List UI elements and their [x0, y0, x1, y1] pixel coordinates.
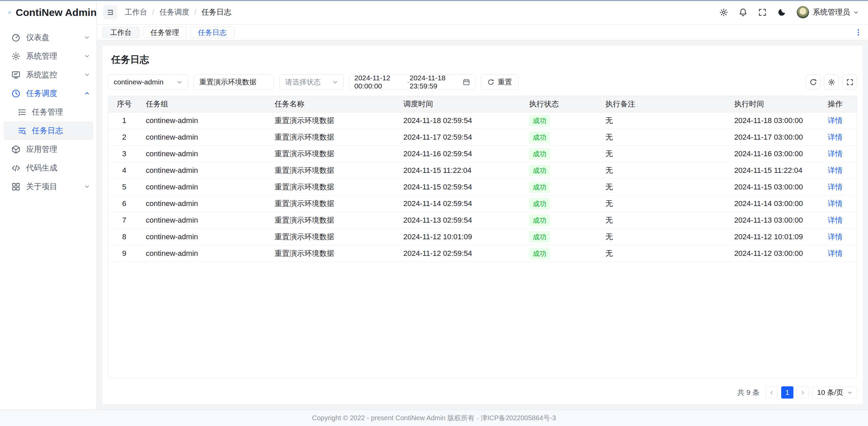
- moon-icon[interactable]: [777, 8, 786, 17]
- cell-no: 7: [108, 212, 140, 228]
- fullscreen-button[interactable]: [842, 75, 857, 89]
- detail-link[interactable]: 详情: [828, 216, 843, 224]
- sidebar-item-label: 任务调度: [26, 88, 79, 99]
- reset-button[interactable]: 重置: [481, 74, 518, 90]
- detail-link[interactable]: 详情: [828, 249, 843, 258]
- cell-remark: 无: [600, 129, 729, 145]
- detail-link[interactable]: 详情: [828, 166, 843, 175]
- fullscreen-icon: [846, 78, 854, 86]
- table-toolbar: [806, 75, 857, 89]
- cell-name: 重置演示环境数据: [269, 212, 398, 228]
- app-title: ContiNew Admin: [16, 7, 97, 18]
- cell-schedule-time: 2024-11-15 11:22:04: [398, 162, 524, 179]
- cell-status: 成功: [524, 112, 600, 129]
- detail-link[interactable]: 详情: [828, 149, 843, 158]
- bell-icon[interactable]: [738, 8, 748, 17]
- sidebar-item-cube[interactable]: 应用管理: [0, 140, 97, 159]
- fullscreen-icon[interactable]: [758, 8, 767, 17]
- chevron-down-icon: [84, 53, 90, 59]
- date-range-picker[interactable]: 2024-11-12 00:00:00 - 2024-11-18 23:59:5…: [349, 74, 475, 90]
- cell-remark: 无: [600, 179, 729, 195]
- reset-label: 重置: [498, 77, 512, 87]
- job-group-select[interactable]: continew-admin: [108, 74, 188, 90]
- job-name-input[interactable]: [199, 78, 268, 86]
- tab-item[interactable]: 任务日志: [190, 27, 234, 38]
- cell-status: 成功: [524, 162, 600, 179]
- cell-group: continew-admin: [140, 245, 269, 262]
- cell-status: 成功: [524, 212, 600, 228]
- grid-icon: [11, 182, 21, 191]
- code-icon: [11, 163, 21, 173]
- breadcrumb-item[interactable]: 任务日志: [201, 7, 231, 17]
- footer: Copyright © 2022 - present ContiNew Admi…: [0, 409, 868, 426]
- app-logo[interactable]: ContiNew Admin: [0, 0, 97, 25]
- filter-bar: continew-admin 请选择状态 2024-11-12 00:00:00…: [108, 74, 857, 90]
- refresh-button[interactable]: [806, 75, 821, 89]
- tab-item[interactable]: 工作台: [102, 27, 139, 38]
- cell-name: 重置演示环境数据: [269, 112, 398, 129]
- sidebar-item-gear[interactable]: 系统管理: [0, 47, 97, 65]
- avatar: [796, 6, 809, 19]
- header-icon-group: [719, 8, 786, 17]
- detail-link[interactable]: 详情: [828, 183, 843, 191]
- detail-link[interactable]: 详情: [828, 116, 843, 125]
- gear-icon[interactable]: [719, 8, 728, 17]
- sidebar-item-label: 系统监控: [26, 69, 79, 80]
- user-menu[interactable]: 系统管理员: [796, 6, 859, 19]
- pagination-page-1[interactable]: 1: [781, 386, 793, 399]
- status-select[interactable]: 请选择状态: [279, 74, 344, 90]
- breadcrumb-separator: /: [152, 8, 154, 17]
- gear-button[interactable]: [824, 75, 839, 89]
- cell-group: continew-admin: [140, 228, 269, 245]
- log-search-icon: [18, 126, 26, 135]
- more-vertical-icon[interactable]: [854, 28, 863, 37]
- cell-status: 成功: [524, 195, 600, 212]
- cell-group: continew-admin: [140, 145, 269, 162]
- pagination-prev-button[interactable]: [766, 386, 778, 399]
- column-header-group: 任务组: [140, 96, 269, 112]
- table-row: 3continew-admin重置演示环境数据2024-11-16 02:59:…: [108, 145, 857, 162]
- cell-status: 成功: [524, 179, 600, 195]
- sidebar-item-label: 应用管理: [26, 144, 90, 155]
- sidebar-item-log-search[interactable]: 任务日志: [3, 121, 93, 140]
- tab-item[interactable]: 任务管理: [143, 27, 187, 38]
- detail-link[interactable]: 详情: [828, 232, 843, 241]
- sidebar-item-label: 代码生成: [26, 163, 90, 173]
- table-row: 8continew-admin重置演示环境数据2024-11-12 10:01:…: [108, 228, 857, 245]
- status-badge: 成功: [529, 115, 550, 126]
- table-row: 1continew-admin重置演示环境数据2024-11-18 02:59:…: [108, 112, 857, 129]
- detail-link[interactable]: 详情: [828, 199, 843, 208]
- window-top-line: [0, 0, 868, 1]
- breadcrumb-item[interactable]: 工作台: [125, 7, 147, 17]
- app: ContiNew Admin 仪表盘系统管理系统监控任务调度任务管理任务日志应用…: [0, 0, 868, 409]
- cell-exec-time: 2024-11-16 03:00:00: [729, 145, 813, 162]
- column-header-name: 任务名称: [269, 96, 398, 112]
- cell-remark: 无: [600, 245, 729, 262]
- sidebar-item-dashboard[interactable]: 仪表盘: [0, 28, 97, 47]
- chevron-down-icon: [84, 35, 90, 40]
- cell-no: 9: [108, 245, 140, 262]
- detail-link[interactable]: 详情: [828, 133, 843, 141]
- cell-group: continew-admin: [140, 212, 269, 228]
- chevron-up-icon: [84, 90, 90, 96]
- sidebar-item-list-check[interactable]: 任务管理: [0, 103, 97, 121]
- sidebar-item-code[interactable]: 代码生成: [0, 159, 97, 177]
- tab-list: 工作台任务管理任务日志: [102, 27, 234, 38]
- pagination-next-button[interactable]: [797, 386, 809, 399]
- page-size-select[interactable]: 10 条/页: [812, 386, 857, 399]
- sidebar-item-clock[interactable]: 任务调度: [0, 84, 97, 103]
- cell-no: 1: [108, 112, 140, 129]
- copyright: Copyright © 2022 - present ContiNew Admi…: [312, 413, 556, 423]
- cell-no: 8: [108, 228, 140, 245]
- cell-schedule-time: 2024-11-16 02:59:54: [398, 145, 524, 162]
- collapse-sidebar-button[interactable]: [103, 5, 117, 19]
- sidebar-item-label: 任务管理: [32, 107, 90, 117]
- cell-name: 重置演示环境数据: [269, 245, 398, 262]
- breadcrumb-item[interactable]: 任务调度: [159, 7, 189, 17]
- sidebar-item-grid[interactable]: 关于项目: [0, 177, 97, 196]
- dashboard-icon: [11, 33, 21, 42]
- cell-exec-time: 2024-11-15 11:22:04: [729, 162, 813, 179]
- sidebar-item-monitor[interactable]: 系统监控: [0, 65, 97, 84]
- cell-action: 详情: [813, 162, 857, 179]
- cell-name: 重置演示环境数据: [269, 228, 398, 245]
